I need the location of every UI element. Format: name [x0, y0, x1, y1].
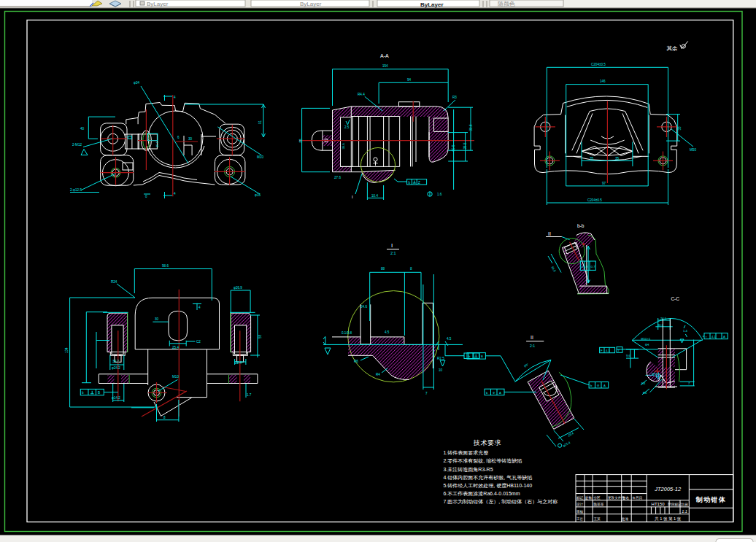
- svg-text:JT2005-12: JT2005-12: [654, 486, 682, 492]
- svg-text:60.5: 60.5: [452, 144, 455, 151]
- svg-text:88: 88: [299, 139, 303, 143]
- svg-text:1.7: 1.7: [247, 393, 252, 397]
- svg-text:φ26.9: φ26.9: [234, 286, 242, 290]
- svg-text:φ16: φ16: [255, 193, 261, 197]
- svg-text:标记: 标记: [576, 495, 584, 500]
- svg-text:A: A: [723, 335, 725, 338]
- svg-text:HT150: HT150: [652, 502, 666, 506]
- svg-text:4.1: 4.1: [606, 349, 610, 352]
- svg-text:6H7: 6H7: [652, 372, 657, 376]
- svg-text:M50: M50: [690, 148, 696, 152]
- svg-text:R4: R4: [641, 382, 646, 385]
- svg-text:1.铸件表面要求光整: 1.铸件表面要求光整: [444, 450, 489, 456]
- svg-text:Ф: Ф: [493, 391, 495, 395]
- svg-text:154: 154: [382, 64, 388, 68]
- svg-text:设计: 设计: [576, 502, 584, 506]
- svg-text:I: I: [391, 242, 393, 249]
- svg-text:35.5: 35.5: [463, 142, 467, 149]
- svg-text:146: 146: [600, 80, 606, 83]
- svg-text:b: b: [409, 181, 411, 185]
- svg-text:ByLayer: ByLayer: [300, 1, 322, 7]
- svg-text:分区: 分区: [593, 496, 601, 500]
- svg-text:审核: 审核: [576, 510, 584, 514]
- svg-text:2-φ12.5: 2-φ12.5: [70, 188, 82, 192]
- svg-text:M10: M10: [172, 375, 179, 379]
- svg-text:6: 6: [177, 136, 180, 139]
- svg-text:C204±0.5: C204±0.5: [591, 63, 606, 66]
- svg-text:2:1: 2:1: [390, 251, 396, 255]
- svg-text:其余: 其余: [667, 45, 679, 52]
- svg-text:ByLayer: ByLayer: [420, 1, 444, 8]
- svg-text:5.铸件经人工时效处理, 硬度HB110-140: 5.铸件经人工时效处理, 硬度HB110-140: [444, 483, 533, 489]
- svg-text:陈某某: 陈某某: [594, 502, 604, 507]
- svg-text:8: 8: [410, 267, 412, 271]
- svg-text:97: 97: [602, 182, 606, 185]
- svg-text:C0.8: C0.8: [582, 265, 589, 268]
- svg-text:25.4: 25.4: [172, 346, 179, 349]
- svg-text:φ34: φ34: [134, 81, 140, 85]
- svg-text:6H: 6H: [645, 343, 649, 347]
- svg-text:R24: R24: [111, 280, 117, 284]
- svg-text:98.6: 98.6: [162, 264, 169, 268]
- svg-text:33: 33: [678, 126, 682, 131]
- svg-text:R6: R6: [643, 391, 647, 395]
- svg-text:M10: M10: [257, 155, 263, 159]
- svg-text:A-A: A-A: [380, 53, 389, 58]
- svg-text:35.6: 35.6: [342, 143, 345, 150]
- svg-text:b-b: b-b: [577, 223, 585, 228]
- svg-text:R4: R4: [376, 373, 380, 376]
- svg-text:7.图示为制动钳体（左）, 制动钳体（右）与之对称: 7.图示为制动钳体（左）, 制动钳体（右）与之对称: [444, 499, 558, 505]
- svg-text:1.6: 1.6: [437, 193, 442, 196]
- svg-text:A: A: [603, 384, 606, 387]
- svg-text:1.4: 1.4: [683, 329, 687, 333]
- svg-text:φ24.2: φ24.2: [112, 366, 120, 370]
- svg-text:B: B: [481, 355, 483, 358]
- svg-text:6.不工作表面涂漆Ra6.4-0.015mm: 6.不工作表面涂漆Ra6.4-0.015mm: [444, 491, 520, 497]
- svg-text:b: b: [82, 391, 84, 395]
- svg-text:A: A: [499, 391, 501, 395]
- svg-text:C204±0.5: C204±0.5: [587, 198, 602, 202]
- svg-text:30.6: 30.6: [657, 323, 664, 327]
- svg-text:35.6: 35.6: [155, 141, 159, 147]
- svg-text:处数: 处数: [585, 495, 593, 500]
- svg-text:7: 7: [425, 392, 428, 395]
- svg-text:27.6: 27.6: [334, 176, 341, 179]
- svg-text:制动钳体: 制动钳体: [695, 496, 727, 503]
- svg-text:ByLayer: ByLayer: [147, 1, 169, 7]
- svg-text:4.5: 4.5: [447, 337, 452, 341]
- svg-text:II: II: [531, 335, 533, 340]
- svg-text:8: 8: [163, 416, 166, 419]
- svg-text:4: 4: [198, 306, 201, 309]
- svg-text:4: 4: [174, 192, 176, 195]
- svg-text:4: 4: [174, 96, 176, 99]
- svg-text:0.7: 0.7: [591, 265, 596, 268]
- svg-text:C2: C2: [196, 340, 201, 344]
- svg-text:2.零件不准有裂纹, 缩松等铸造缺陷: 2.零件不准有裂纹, 缩松等铸造缺陷: [444, 458, 522, 464]
- svg-text:4.钳体内腔面不允许有砂眼, 气孔等缺陷: 4.钳体内腔面不允许有砂眼, 气孔等缺陷: [444, 475, 533, 481]
- svg-text:34.2: 34.2: [112, 360, 119, 363]
- svg-text:王某: 王某: [594, 517, 601, 521]
- svg-text:φ14.2: φ14.2: [112, 396, 120, 400]
- svg-text:1:1: 1:1: [682, 509, 687, 514]
- svg-text:R4.4: R4.4: [358, 93, 365, 96]
- svg-text:共 1 张 第 1 张: 共 1 张 第 1 张: [654, 516, 681, 522]
- svg-text:0: 0: [145, 195, 147, 198]
- svg-text:F: F: [601, 349, 603, 352]
- svg-text:88: 88: [381, 267, 385, 271]
- svg-text:4.5: 4.5: [385, 330, 390, 334]
- svg-text:3.未注铸造圆角R3-R5: 3.未注铸造圆角R3-R5: [444, 466, 493, 473]
- svg-text:Z: Z: [418, 181, 420, 185]
- svg-text:0.1/0.8: 0.1/0.8: [342, 331, 352, 335]
- svg-text:91: 91: [258, 120, 262, 124]
- svg-text:签名: 签名: [622, 496, 629, 500]
- svg-text:22.4: 22.4: [235, 361, 242, 365]
- svg-text:134: 134: [65, 347, 69, 353]
- svg-text:2.5: 2.5: [344, 125, 350, 129]
- svg-text:9.6: 9.6: [626, 354, 630, 357]
- svg-text:10.4: 10.4: [371, 194, 378, 198]
- svg-text:30: 30: [155, 317, 159, 321]
- svg-text:30.6: 30.6: [469, 124, 473, 131]
- svg-text:B: B: [98, 391, 100, 395]
- svg-text:35: 35: [615, 157, 620, 160]
- svg-text:2:1: 2:1: [530, 344, 535, 348]
